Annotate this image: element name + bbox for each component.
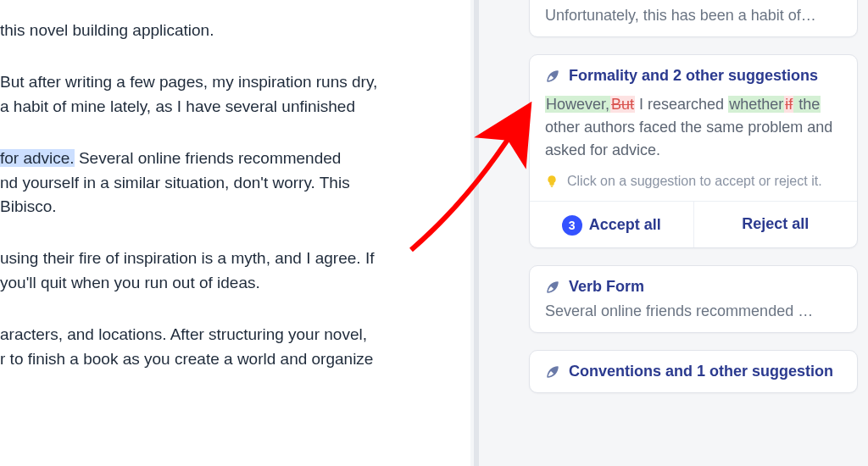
paragraph: this novel building application. [0, 19, 470, 43]
card-preview: Several online friends recommended … [545, 302, 842, 320]
hint-row: Click on a suggestion to accept or rejec… [545, 174, 842, 189]
suggestion-card[interactable]: Noun Number Unfortunately, this has been… [529, 0, 858, 37]
card-preview: Unfortunately, this has been a habit of… [545, 7, 842, 25]
text-fragment: ut after writing a few pages, my inspira… [11, 73, 378, 91]
accept-label: Accept all [589, 216, 661, 233]
text-fragment: Several online friends recommended [75, 149, 342, 167]
suggestion-card[interactable]: Verb Form Several online friends recomme… [529, 265, 858, 333]
suggestion-card-expanded[interactable]: Formality and 2 other suggestions Howeve… [529, 54, 858, 248]
deletion[interactable]: if [784, 96, 793, 113]
hint-text: Click on a suggestion to accept or rejec… [567, 174, 822, 189]
feather-icon [545, 364, 560, 380]
insertion[interactable]: whether [728, 96, 784, 113]
text-fragment: r to finish a book as you create a world… [0, 350, 373, 368]
insertion[interactable]: the [793, 96, 821, 113]
text-fragment: I researched [635, 96, 728, 113]
text-fragment: nd yourself in a similar situation, don'… [0, 174, 350, 191]
card-title: Conventions and 1 other suggestion [569, 363, 833, 380]
text-fragment: you'll quit when you run out of ideas. [0, 274, 260, 291]
suggestions-sidebar: Noun Number Unfortunately, this has been… [492, 0, 868, 466]
text-fragment: using their fire of inspiration is a myt… [0, 249, 374, 267]
lightbulb-icon [545, 175, 559, 188]
suggestion-card[interactable]: Conventions and 1 other suggestion [529, 350, 858, 393]
card-body: However,But I researched whetherif the o… [545, 93, 842, 162]
text-fragment: a habit of mine lately, as I have severa… [0, 97, 355, 115]
count-badge: 3 [562, 215, 582, 236]
reject-all-button[interactable]: Reject all [693, 202, 858, 247]
highlighted-text[interactable]: for advice. [0, 149, 75, 167]
insertion[interactable]: However, [545, 96, 610, 113]
text-fragment: B [0, 73, 11, 91]
card-actions: 3Accept all Reject all [530, 201, 857, 247]
paragraph: But after writing a few pages, my inspir… [0, 70, 470, 119]
editor-pane: this novel building application. But aft… [0, 0, 470, 466]
paragraph: using their fire of inspiration is a myt… [0, 247, 470, 296]
paragraph: for advice. Several online friends recom… [0, 147, 470, 220]
deletion[interactable]: But [610, 96, 635, 113]
accept-all-button[interactable]: 3Accept all [530, 202, 693, 247]
paragraph: aracters, and locations. After structuri… [0, 323, 470, 372]
reject-label: Reject all [742, 215, 809, 232]
text-fragment: aracters, and locations. After structuri… [0, 325, 367, 343]
pane-divider[interactable] [474, 0, 479, 466]
card-title: Verb Form [569, 278, 644, 296]
feather-icon [545, 69, 560, 84]
text-fragment: other authors faced the same problem and… [545, 119, 832, 158]
card-title: Formality and 2 other suggestions [569, 67, 818, 85]
text-fragment: Bibisco. [0, 197, 57, 215]
text-fragment: this novel building application. [0, 21, 214, 39]
feather-icon [545, 280, 560, 295]
